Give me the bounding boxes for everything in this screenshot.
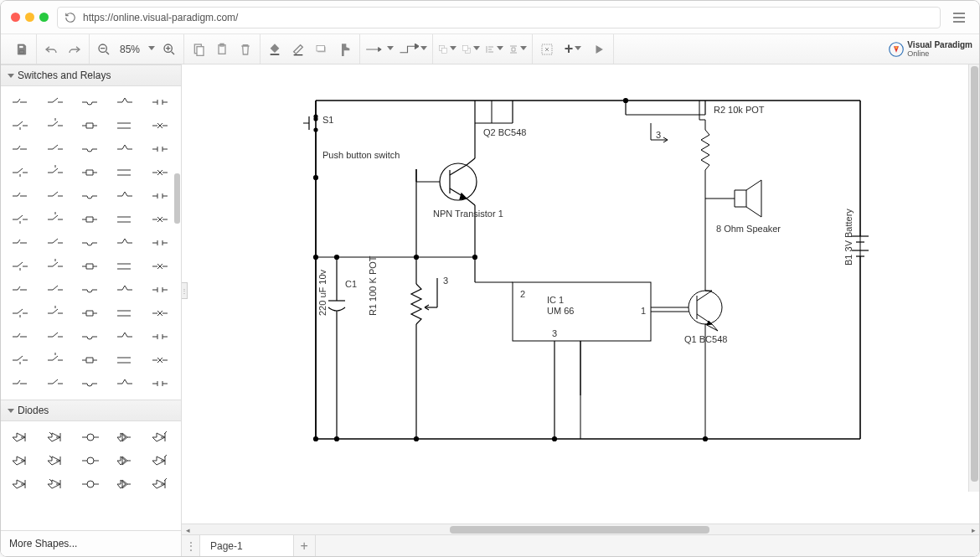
shape-diode-item[interactable] bbox=[75, 450, 108, 472]
shape-switch-item[interactable] bbox=[39, 232, 73, 254]
add-page-button[interactable]: + bbox=[294, 535, 316, 556]
shape-switch-item[interactable] bbox=[109, 185, 142, 207]
distribute-button[interactable] bbox=[508, 40, 527, 59]
shape-switch-item[interactable] bbox=[109, 91, 142, 113]
shape-switch-item[interactable] bbox=[75, 349, 108, 371]
shape-switch-item[interactable] bbox=[4, 255, 38, 277]
waypoint-button[interactable] bbox=[399, 40, 427, 59]
scroll-left-arrow[interactable]: ◂ bbox=[182, 524, 193, 535]
copy-button[interactable] bbox=[189, 40, 208, 59]
shape-switch-item[interactable] bbox=[75, 185, 108, 207]
tab-page-1[interactable]: Page-1 bbox=[200, 535, 294, 556]
shape-switch-item[interactable] bbox=[39, 185, 73, 207]
shape-switch-item[interactable] bbox=[39, 279, 73, 301]
shape-switch-item[interactable] bbox=[4, 162, 38, 183]
category-diodes[interactable]: Diodes bbox=[1, 400, 181, 421]
play-button[interactable] bbox=[590, 40, 608, 59]
shape-switch-item[interactable] bbox=[4, 185, 38, 207]
fit-button[interactable] bbox=[538, 40, 556, 59]
shape-switch-item[interactable] bbox=[75, 326, 108, 348]
shadow-button[interactable] bbox=[312, 40, 331, 59]
shape-diode-item[interactable] bbox=[109, 450, 142, 472]
shape-switch-item[interactable] bbox=[109, 373, 142, 395]
delete-button[interactable] bbox=[236, 40, 255, 59]
close-window-button[interactable] bbox=[11, 13, 20, 22]
shape-diode-item[interactable] bbox=[39, 450, 73, 472]
shape-switch-item[interactable] bbox=[39, 162, 73, 183]
shape-switch-item[interactable] bbox=[4, 349, 38, 371]
shape-switch-item[interactable] bbox=[4, 326, 38, 348]
shape-switch-item[interactable] bbox=[4, 302, 38, 324]
shape-switch-item[interactable] bbox=[39, 91, 73, 113]
hscroll-thumb[interactable] bbox=[450, 526, 709, 534]
diagram-canvas[interactable]: ⋮ bbox=[182, 64, 979, 523]
shape-switch-item[interactable] bbox=[109, 138, 142, 160]
zoom-out-button[interactable] bbox=[95, 40, 113, 59]
shape-switch-item[interactable] bbox=[39, 349, 73, 371]
shape-switch-item[interactable] bbox=[109, 232, 142, 254]
tabs-grip[interactable]: ⋮ bbox=[182, 535, 200, 556]
shape-switch-item[interactable] bbox=[75, 232, 108, 254]
save-button[interactable] bbox=[13, 40, 31, 59]
to-front-button[interactable] bbox=[438, 40, 456, 59]
shape-diode-item[interactable] bbox=[4, 450, 38, 472]
shape-switch-item[interactable] bbox=[109, 255, 142, 277]
shape-switch-item[interactable] bbox=[75, 162, 108, 183]
shape-switch-item[interactable] bbox=[4, 279, 38, 301]
connector-button[interactable] bbox=[365, 40, 394, 59]
undo-button[interactable] bbox=[42, 40, 60, 59]
shape-diode-item[interactable] bbox=[109, 426, 142, 448]
shape-switch-item[interactable] bbox=[109, 162, 142, 183]
shape-switch-item[interactable] bbox=[4, 209, 38, 230]
shape-switch-item[interactable] bbox=[109, 349, 142, 371]
line-color-button[interactable] bbox=[289, 40, 307, 59]
paste-button[interactable] bbox=[213, 40, 231, 59]
refresh-icon[interactable] bbox=[64, 12, 76, 23]
shape-switch-item[interactable] bbox=[75, 91, 108, 113]
category-switches-relays[interactable]: Switches and Relays bbox=[1, 64, 181, 86]
shape-diode-item[interactable] bbox=[109, 473, 142, 495]
shape-switch-item[interactable] bbox=[109, 115, 142, 137]
shape-switch-item[interactable] bbox=[4, 232, 38, 254]
shape-switch-item[interactable] bbox=[39, 302, 73, 324]
shape-switch-item[interactable] bbox=[39, 138, 73, 160]
shape-switch-item[interactable] bbox=[109, 326, 142, 348]
shape-switch-item[interactable] bbox=[109, 209, 142, 230]
zoom-dropdown-caret[interactable] bbox=[148, 46, 155, 53]
canvas-horizontal-scrollbar[interactable]: ◂ ▸ bbox=[182, 523, 979, 534]
shape-diode-item[interactable] bbox=[75, 426, 108, 448]
shape-switch-item[interactable] bbox=[75, 255, 108, 277]
sidebar-scrollbar[interactable] bbox=[173, 64, 181, 530]
shape-switch-item[interactable] bbox=[75, 138, 108, 160]
shape-diode-item[interactable] bbox=[4, 473, 38, 495]
shape-switch-item[interactable] bbox=[75, 209, 108, 230]
shape-switch-item[interactable] bbox=[4, 373, 38, 395]
shape-switch-item[interactable] bbox=[75, 373, 108, 395]
shape-diode-item[interactable] bbox=[39, 426, 73, 448]
insert-button[interactable]: + bbox=[561, 40, 585, 59]
fill-color-button[interactable] bbox=[266, 40, 284, 59]
brand-logo[interactable]: Visual ParadigmOnline bbox=[889, 41, 972, 58]
to-back-button[interactable] bbox=[462, 40, 480, 59]
shape-switch-item[interactable] bbox=[4, 115, 38, 137]
shape-switch-item[interactable] bbox=[39, 326, 73, 348]
shape-switch-item[interactable] bbox=[75, 115, 108, 137]
zoom-in-button[interactable] bbox=[160, 40, 178, 59]
hamburger-menu-button[interactable] bbox=[949, 8, 969, 28]
shape-switch-item[interactable] bbox=[39, 255, 73, 277]
maximize-window-button[interactable] bbox=[39, 13, 49, 22]
shape-switch-item[interactable] bbox=[109, 302, 142, 324]
minimize-window-button[interactable] bbox=[25, 13, 34, 22]
align-button[interactable] bbox=[485, 40, 503, 59]
shape-diode-item[interactable] bbox=[39, 473, 73, 495]
zoom-value[interactable]: 85% bbox=[118, 44, 142, 55]
shape-switch-item[interactable] bbox=[75, 302, 108, 324]
shape-switch-item[interactable] bbox=[4, 138, 38, 160]
shape-switch-item[interactable] bbox=[39, 373, 73, 395]
shape-diode-item[interactable] bbox=[4, 426, 38, 448]
shape-switch-item[interactable] bbox=[109, 279, 142, 301]
more-shapes-button[interactable]: More Shapes... bbox=[1, 530, 181, 556]
shape-diode-item[interactable] bbox=[75, 473, 108, 495]
shape-switch-item[interactable] bbox=[75, 279, 108, 301]
redo-button[interactable] bbox=[65, 40, 84, 59]
